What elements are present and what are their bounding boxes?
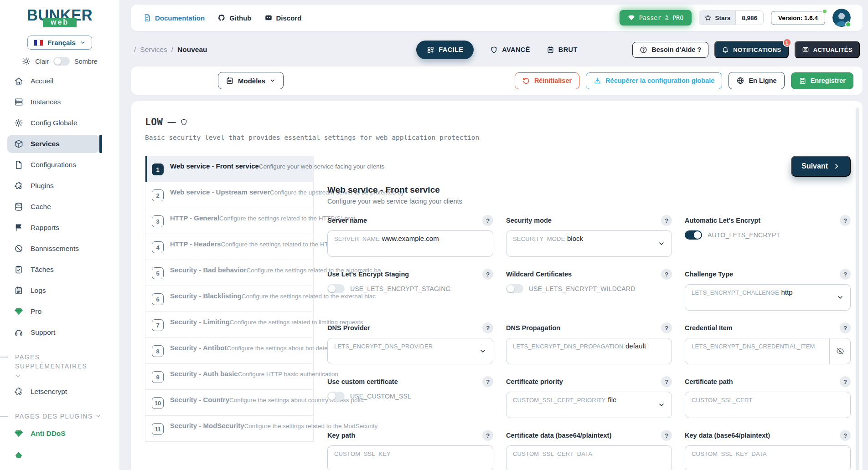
documentation-link[interactable]: Documentation bbox=[143, 14, 205, 22]
help-icon[interactable]: ? bbox=[840, 322, 851, 333]
step-item-7[interactable]: 7 Security - LimitingConfigure the setti… bbox=[145, 312, 313, 338]
section-pages-supplementaires[interactable]: PAGES SUPPLÉMENTAIRES bbox=[15, 352, 108, 379]
section-pages-des-plugins[interactable]: PAGES DES PLUGINS bbox=[15, 412, 108, 421]
step-item-10[interactable]: 10 Security - CountryConfigure the setti… bbox=[145, 390, 313, 416]
eye-off-icon bbox=[836, 347, 844, 355]
sidebar-item-rapports[interactable]: Rapports bbox=[7, 219, 99, 237]
input-placeholder: SERVER_NAME bbox=[334, 235, 380, 242]
help-icon[interactable]: ? bbox=[482, 376, 493, 387]
news-label: ACTUALITÉS bbox=[813, 46, 852, 53]
save-button[interactable]: Enregistrer bbox=[791, 72, 853, 89]
french-flag-icon bbox=[34, 40, 43, 46]
templates-dropdown[interactable]: Modèles bbox=[218, 72, 284, 89]
theme-toggle[interactable] bbox=[53, 57, 70, 66]
step-item-4[interactable]: 4 HTTP - HeadersConfigure the settings r… bbox=[145, 234, 313, 260]
auto-lets-encrypt-toggle[interactable] bbox=[685, 230, 702, 240]
help-icon[interactable]: ? bbox=[661, 215, 672, 226]
help-icon[interactable]: ? bbox=[482, 215, 493, 226]
credential-item-input[interactable]: LETS_ENCRYPT_DNS_CREDENTIAL_ITEM bbox=[685, 338, 851, 364]
tab-label: AVANCÉ bbox=[502, 46, 530, 53]
help-icon[interactable]: ? bbox=[661, 322, 672, 333]
help-icon[interactable]: ? bbox=[840, 269, 851, 280]
sidebar-item-instances[interactable]: Instances bbox=[7, 93, 99, 111]
notifications-button[interactable]: NOTIFICATIONS 1 bbox=[714, 41, 788, 58]
security-mode-select[interactable]: SECURITY_MODE block bbox=[506, 230, 672, 257]
sidebar-item-services[interactable]: Services bbox=[7, 135, 99, 153]
need-help-button[interactable]: Besoin d'Aide ? bbox=[632, 42, 708, 58]
sidebar-item-plugins[interactable]: Plugins bbox=[7, 177, 99, 195]
help-icon[interactable]: ? bbox=[661, 269, 672, 280]
step-item-9[interactable]: 9 Security - Auth basicConfigure HTTP ba… bbox=[145, 364, 313, 390]
toggle-knob bbox=[507, 285, 514, 292]
help-icon[interactable]: ? bbox=[482, 430, 493, 441]
help-icon[interactable]: ? bbox=[482, 322, 493, 333]
step-item-6[interactable]: 6 Security - BlacklistingConfigure the s… bbox=[145, 286, 313, 312]
certificate-priority-select[interactable]: CUSTOM_SSL_CERT_PRIORITY file bbox=[506, 392, 672, 418]
online-button[interactable]: En Ligne bbox=[728, 72, 784, 89]
help-icon[interactable]: ? bbox=[661, 376, 672, 387]
use-custom-ssl-toggle[interactable] bbox=[327, 392, 345, 401]
certificate-data-input[interactable]: CUSTOM_SSL_CERT_DATA bbox=[506, 445, 672, 470]
vertical-scrollbar[interactable] bbox=[856, 107, 859, 470]
language-selector[interactable]: Français bbox=[27, 36, 92, 50]
step-item-11[interactable]: 11 Security - ModSecurityConfigure the s… bbox=[145, 416, 313, 442]
key-data-input[interactable]: CUSTOM_SSL_KEY_DATA bbox=[685, 445, 851, 470]
sidebar-item-taches[interactable]: Tâches bbox=[7, 261, 99, 279]
dns-provider-select[interactable]: LETS_ENCRYPT_DNS_PROVIDER bbox=[327, 338, 493, 364]
help-icon[interactable]: ? bbox=[482, 269, 493, 280]
online-status-dot bbox=[845, 21, 851, 27]
step-item-1[interactable]: 1 Web service - Front serviceConfigure y… bbox=[145, 156, 313, 182]
step-item-3[interactable]: 3 HTTP - GeneralConfigure the settings r… bbox=[145, 208, 313, 234]
help-icon[interactable]: ? bbox=[661, 430, 672, 441]
upgrade-pro-button[interactable]: Passer à PRO bbox=[620, 10, 692, 26]
tab-facile[interactable]: FACILE bbox=[416, 41, 474, 59]
tab-brut[interactable]: BRUT bbox=[547, 46, 578, 54]
help-icon[interactable]: ? bbox=[840, 430, 851, 441]
step-item-2[interactable]: 2 Web service - Upstream serverConfigure… bbox=[145, 182, 313, 208]
breadcrumb-separator: / bbox=[171, 46, 173, 54]
avatar[interactable] bbox=[832, 9, 851, 27]
github-stars-badge[interactable]: Stars 8,986 bbox=[699, 10, 764, 25]
sidebar-item-config-globale[interactable]: Config Globale bbox=[7, 114, 99, 132]
sidebar-item-bannissements[interactable]: Bannissements bbox=[7, 240, 99, 258]
news-button[interactable]: ACTUALITÉS bbox=[795, 41, 860, 58]
breadcrumb-services[interactable]: Services bbox=[140, 46, 167, 54]
next-step-button[interactable]: Suivant bbox=[791, 156, 851, 177]
key-path-input[interactable]: CUSTOM_SSL_KEY bbox=[327, 445, 493, 470]
github-link[interactable]: Github bbox=[217, 14, 251, 22]
reset-button[interactable]: Réinitialiser bbox=[515, 72, 579, 89]
pro-label: Passer à PRO bbox=[639, 14, 684, 21]
version-button[interactable]: Version: 1.6.4 bbox=[771, 11, 825, 25]
dns-propagation-input[interactable]: LETS_ENCRYPT_DNS_PROPAGATION default bbox=[506, 338, 672, 364]
wildcard-certificates-toggle[interactable] bbox=[506, 284, 523, 293]
step-item-5[interactable]: 5 Security - Bad behaviorConfigure the s… bbox=[145, 260, 313, 286]
sidebar-item-pro[interactable]: Pro bbox=[7, 302, 99, 321]
input-placeholder: LETS_ENCRYPT_DNS_PROVIDER bbox=[334, 343, 433, 350]
step-item-8[interactable]: 8 Security - AntibotConfigure the settin… bbox=[145, 338, 313, 364]
tab-avance[interactable]: AVANCÉ bbox=[490, 46, 530, 54]
step-number: 9 bbox=[152, 371, 164, 383]
chevron-right-icon bbox=[833, 163, 840, 170]
challenge-type-select[interactable]: LETS_ENCRYPT_CHALLENGE http bbox=[685, 284, 851, 311]
sidebar-item-support[interactable]: Support bbox=[7, 323, 99, 342]
lets-encrypt-staging-toggle[interactable] bbox=[327, 284, 345, 293]
discord-link[interactable]: Discord bbox=[264, 14, 302, 22]
sidebar-item-accueil[interactable]: Accueil bbox=[7, 72, 99, 90]
server-name-input[interactable]: SERVER_NAME www.example.com bbox=[327, 230, 493, 257]
sidebar-item-anti-ddos[interactable]: Anti DDoS bbox=[7, 424, 99, 443]
sidebar-item-configurations[interactable]: Configurations bbox=[7, 156, 99, 174]
github-label: Github bbox=[229, 14, 251, 22]
sidebar-item-logs[interactable]: Logs bbox=[7, 281, 99, 300]
sidebar-item-letsencrypt[interactable]: Letsencrypt bbox=[7, 383, 99, 401]
fetch-global-config-button[interactable]: Récupérer la configuration globale bbox=[586, 72, 722, 89]
discord-label: Discord bbox=[276, 14, 302, 22]
notepad-icon bbox=[14, 286, 23, 295]
sidebar-item-cache[interactable]: Cache bbox=[7, 198, 99, 216]
help-icon[interactable]: ? bbox=[840, 215, 851, 226]
help-icon[interactable]: ? bbox=[840, 376, 851, 387]
toggle-visibility-button[interactable] bbox=[829, 338, 850, 364]
certificate-path-input[interactable]: CUSTOM_SSL_CERT bbox=[685, 392, 851, 418]
field-label: DNS Provider bbox=[327, 324, 370, 332]
flag-icon bbox=[14, 223, 23, 232]
sidebar-item-plugin-partial[interactable] bbox=[7, 445, 99, 464]
